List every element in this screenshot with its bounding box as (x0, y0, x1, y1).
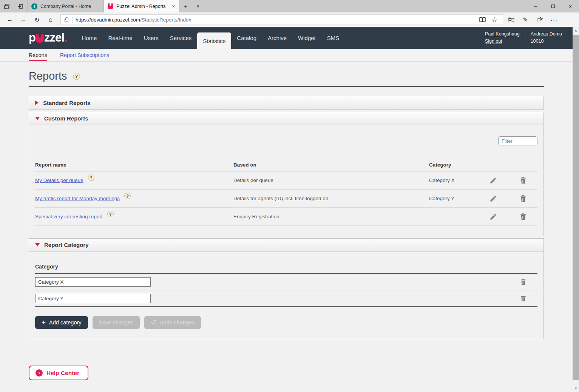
add-category-button[interactable]: + Add category (35, 316, 88, 329)
save-changes-button[interactable]: Save changes (93, 316, 140, 329)
browser-tab-bar: s Company Portal - Home Puzzel Admin - R… (0, 0, 579, 12)
browser-tab-puzzel-admin[interactable]: Puzzel Admin - Reports × (103, 0, 180, 12)
delete-trash-icon[interactable] (520, 295, 526, 302)
column-header-category: Category (429, 162, 478, 168)
table-row: My traffic report for Monday mornings ? … (35, 190, 537, 208)
nav-item-services[interactable]: Services (164, 27, 198, 49)
statistics-subnav: Reports Report Subscriptions (0, 49, 573, 62)
favorite-star-icon[interactable]: ☆ (488, 14, 500, 25)
user-profile-link[interactable]: Paal Kongshaug (485, 31, 520, 38)
tab-list-chevron-icon[interactable]: ∨ (192, 0, 204, 12)
sign-out-link[interactable]: Sign out (485, 38, 520, 45)
edit-pencil-icon[interactable] (478, 177, 508, 184)
scroll-up-icon[interactable]: ∧ (573, 27, 579, 34)
subnav-tab-report-subscriptions[interactable]: Report Subscriptions (60, 49, 109, 61)
browser-tab-company-portal[interactable]: s Company Portal - Home (27, 0, 103, 12)
report-link[interactable]: My Details per queue (35, 177, 83, 183)
nav-item-statistics[interactable]: Statistics (197, 32, 231, 49)
window-close-button[interactable]: × (562, 0, 579, 12)
account-name: Andreas Demo (531, 31, 562, 38)
help-center-button[interactable]: › Help Center (29, 366, 88, 380)
report-link[interactable]: Special very interesting report (35, 214, 103, 219)
nav-item-users[interactable]: Users (138, 27, 164, 49)
favorites-hub-icon[interactable] (504, 14, 518, 25)
delete-trash-icon[interactable] (508, 195, 538, 202)
reading-view-icon[interactable] (476, 14, 488, 25)
puzzel-u-mark (36, 34, 44, 43)
main-nav: Home Real-time Users Services Statistics… (76, 27, 345, 49)
page-help-icon[interactable]: ? (73, 73, 80, 80)
new-tab-button[interactable]: + (180, 0, 192, 12)
chevron-right-icon: › (36, 369, 43, 377)
window-maximize-button[interactable] (544, 0, 562, 12)
account-id: 10010 (531, 38, 562, 45)
category-value: Category X (429, 177, 478, 183)
based-on-value: Details per queue (233, 177, 429, 183)
undo-changes-button[interactable]: ↺ Undo changes (144, 316, 201, 329)
vertical-scrollbar[interactable]: ∧ ∨ (573, 27, 579, 392)
address-bar[interactable]: https://devadmin.puzzel.com/StatisticRep… (60, 14, 503, 25)
browser-toolbar: ← → ↻ ⌂ https://devadmin.puzzel.com/Stat… (0, 12, 579, 27)
edit-pencil-icon[interactable] (478, 195, 508, 202)
report-help-icon[interactable]: ? (124, 193, 131, 199)
category-row (35, 274, 537, 290)
nav-item-catalog[interactable]: Catalog (231, 27, 262, 49)
forward-icon[interactable]: → (17, 14, 30, 25)
undo-icon: ↺ (151, 320, 156, 325)
nav-item-sms[interactable]: SMS (321, 27, 345, 49)
window-minimize-button[interactable]: – (527, 0, 544, 12)
tab-title: Puzzel Admin - Reports (116, 4, 168, 9)
standard-reports-header[interactable]: Standard Reports (29, 96, 543, 109)
standard-reports-section: Standard Reports (29, 96, 544, 110)
nav-item-home[interactable]: Home (76, 27, 102, 49)
nav-item-archive[interactable]: Archive (262, 27, 292, 49)
report-help-icon[interactable]: ? (107, 211, 114, 217)
share-icon[interactable] (533, 14, 547, 25)
report-category-section: Report Category Category (29, 238, 544, 339)
back-icon[interactable]: ← (3, 14, 17, 25)
column-header-report-name: Report name (35, 162, 233, 168)
delete-trash-icon[interactable] (520, 279, 526, 285)
scrollbar-thumb[interactable] (573, 35, 579, 380)
url-text[interactable]: https://devadmin.puzzel.com/StatisticRep… (76, 17, 191, 23)
custom-reports-section: Custom Reports Report name Based on Cate… (29, 112, 544, 236)
lock-icon (65, 19, 68, 22)
custom-reports-header[interactable]: Custom Reports (29, 112, 543, 125)
collapsed-triangle-icon (35, 100, 39, 105)
puzzel-favicon (108, 3, 113, 9)
report-category-header[interactable]: Report Category (29, 239, 543, 252)
subnav-tab-reports[interactable]: Reports (29, 49, 47, 61)
puzzel-logo[interactable]: pzzel. (29, 27, 67, 49)
based-on-value: Details for agents (ID) incl. time logge… (233, 196, 429, 201)
expanded-triangle-icon (35, 117, 40, 120)
refresh-icon[interactable]: ↻ (30, 14, 44, 25)
set-tabs-aside-icon[interactable] (14, 0, 27, 12)
tab-preview-icon[interactable] (0, 0, 14, 12)
custom-reports-table: Report name Based on Category My Details… (35, 162, 537, 226)
tab-title: Company Portal - Home (40, 4, 100, 9)
based-on-value: Enquiry Registration (233, 214, 429, 219)
tab-close-icon[interactable]: × (171, 3, 176, 9)
scroll-down-icon[interactable]: ∨ (573, 384, 579, 392)
table-row: My Details per queue ? Details per queue… (35, 171, 537, 190)
delete-trash-icon[interactable] (508, 177, 538, 184)
category-input[interactable] (35, 294, 151, 303)
report-link[interactable]: My traffic report for Monday mornings (35, 196, 120, 201)
page-title: Reports (29, 70, 67, 82)
column-header-based-on: Based on (233, 162, 429, 168)
report-help-icon[interactable]: ? (88, 174, 94, 181)
nav-item-widget[interactable]: Widget (292, 27, 321, 49)
sharepoint-favicon: s (31, 3, 37, 9)
category-row (35, 290, 537, 306)
home-icon[interactable]: ⌂ (44, 14, 57, 25)
edit-pencil-icon[interactable] (478, 213, 508, 221)
filter-input[interactable] (498, 136, 537, 145)
category-column-label: Category (35, 252, 537, 270)
more-options-icon[interactable]: ··· (547, 14, 561, 25)
expanded-triangle-icon (35, 243, 40, 247)
table-row: Special very interesting report ? Enquir… (35, 208, 537, 226)
web-notes-pen-icon[interactable]: ✎ (518, 14, 533, 25)
delete-trash-icon[interactable] (508, 213, 538, 220)
nav-item-real-time[interactable]: Real-time (102, 27, 138, 49)
category-input[interactable] (35, 277, 151, 287)
